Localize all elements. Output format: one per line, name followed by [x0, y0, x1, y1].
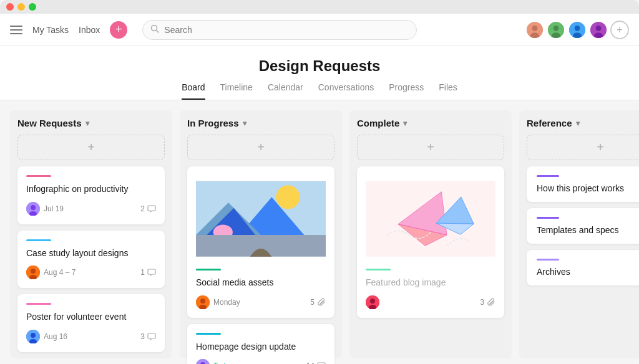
project-tabs: Board Timeline Calendar Conversations Pr…: [0, 82, 639, 100]
card-meta: 3: [140, 332, 156, 341]
comment-icon: [147, 332, 156, 341]
column-new-requests: New Requests ▾ + Infographic on producti…: [10, 110, 172, 358]
card-meta: 14: [306, 362, 326, 364]
attachment-count: 3: [480, 298, 484, 307]
comment-count: 1: [140, 268, 145, 277]
card-illustration-blog: [366, 175, 495, 262]
topbar: My Tasks Inbox +: [0, 14, 639, 46]
svg-point-10: [573, 32, 582, 39]
add-button[interactable]: +: [110, 21, 127, 39]
card-case-study: Case study layout designs Aug 4 – 7 1: [17, 231, 165, 289]
column-header-reference: Reference ▾: [527, 118, 639, 128]
comment-count: 14: [306, 362, 315, 364]
comment-icon: [147, 268, 156, 277]
attachment-count: 5: [310, 298, 315, 307]
add-card-new-requests[interactable]: +: [17, 135, 165, 160]
card-date: Monday: [213, 298, 240, 307]
card-title: Case study layout designs: [26, 247, 156, 260]
ref-card-title: How this project works: [537, 183, 639, 193]
card-footer: Aug 16 3: [26, 330, 156, 343]
chevron-down-icon: ▾: [243, 119, 246, 128]
card-title: Featured blog image: [366, 277, 495, 289]
card-title: Social media assets: [196, 277, 326, 289]
card-accent: [26, 239, 51, 241]
svg-line-1: [157, 31, 159, 33]
svg-point-3: [532, 26, 538, 31]
column-in-progress: In Progress ▾ +: [180, 110, 342, 358]
column-header-complete: Complete ▾: [357, 118, 504, 128]
avatar: [26, 202, 40, 216]
column-complete: Complete ▾ +: [349, 110, 512, 358]
svg-point-45: [370, 299, 375, 304]
svg-point-25: [276, 185, 300, 209]
tab-calendar[interactable]: Calendar: [268, 82, 303, 100]
svg-point-12: [596, 26, 602, 31]
card-poster: Poster for volunteer event Aug 16 3: [17, 294, 165, 352]
search-input[interactable]: [164, 25, 409, 35]
avatar-group: +: [525, 21, 629, 39]
avatar-4[interactable]: [589, 21, 608, 39]
my-tasks-link[interactable]: My Tasks: [32, 25, 69, 35]
ref-card-accent: [537, 259, 559, 261]
tab-conversations[interactable]: Conversations: [318, 82, 374, 100]
card-infographic: Infographic on productivity Jul 19 2: [17, 166, 165, 224]
svg-point-21: [31, 333, 36, 338]
card-date: Jul 19: [44, 204, 64, 213]
add-card-complete[interactable]: +: [357, 135, 504, 160]
comment-icon: [147, 204, 156, 213]
card-homepage-design: Homepage design update Today 14: [187, 324, 334, 364]
tab-progress[interactable]: Progress: [389, 82, 424, 100]
project-title: Design Requests: [0, 57, 639, 75]
ref-card-templates: Templates and specs: [527, 208, 639, 244]
card-footer: Aug 4 – 7 1: [26, 266, 156, 279]
column-title-new-requests: New Requests: [17, 118, 82, 128]
attachment-icon: [317, 298, 326, 307]
comment-icon: [317, 362, 326, 364]
card-title: Infographic on productivity: [26, 183, 156, 196]
svg-point-33: [200, 299, 205, 304]
card-meta: 1: [140, 268, 156, 277]
column-title-reference: Reference: [527, 118, 572, 128]
ref-card-accent: [537, 175, 559, 177]
card-user: Aug 16: [26, 330, 67, 343]
card-social-media: Social media assets Monday 5: [187, 166, 334, 318]
svg-point-15: [31, 205, 36, 210]
card-footer: Jul 19 2: [26, 202, 156, 216]
card-accent: [26, 303, 51, 305]
avatar: [196, 295, 210, 309]
card-meta: 5: [310, 298, 326, 307]
avatar-1[interactable]: [525, 21, 544, 39]
card-date-today: Today: [213, 362, 233, 364]
add-card-in-progress[interactable]: +: [187, 135, 334, 160]
avatar: [26, 330, 40, 343]
project-header: Design Requests Board Timeline Calendar …: [0, 46, 639, 100]
avatar-2[interactable]: [547, 21, 565, 39]
tab-timeline[interactable]: Timeline: [220, 82, 253, 100]
card-illustration: [196, 175, 326, 262]
card-footer: Monday 5: [196, 295, 326, 309]
hamburger-icon[interactable]: [10, 24, 22, 36]
ref-card-archives: Archives: [527, 250, 639, 285]
card-footer: Today 14: [196, 359, 326, 364]
tab-board[interactable]: Board: [182, 82, 205, 100]
maximize-btn[interactable]: [29, 3, 36, 11]
card-meta: 2: [140, 204, 156, 213]
card-accent: [196, 269, 221, 271]
svg-point-18: [31, 269, 36, 274]
card-title: Poster for volunteer event: [26, 311, 156, 323]
card-meta: 3: [480, 298, 495, 307]
add-card-reference[interactable]: +: [527, 135, 639, 160]
card-title: Homepage design update: [196, 341, 326, 353]
card-user: Monday: [196, 295, 240, 309]
chevron-down-icon: ▾: [85, 119, 89, 128]
card-footer: 3: [366, 295, 495, 309]
minimize-btn[interactable]: [17, 3, 25, 11]
inbox-link[interactable]: Inbox: [79, 25, 100, 35]
add-member-button[interactable]: +: [610, 21, 629, 39]
tab-files[interactable]: Files: [439, 82, 457, 100]
card-user: Jul 19: [26, 202, 64, 216]
avatar-3[interactable]: [568, 21, 587, 39]
card-date: Aug 16: [44, 332, 67, 341]
ref-card-how-it-works: How this project works: [527, 166, 639, 202]
close-btn[interactable]: [6, 3, 14, 11]
